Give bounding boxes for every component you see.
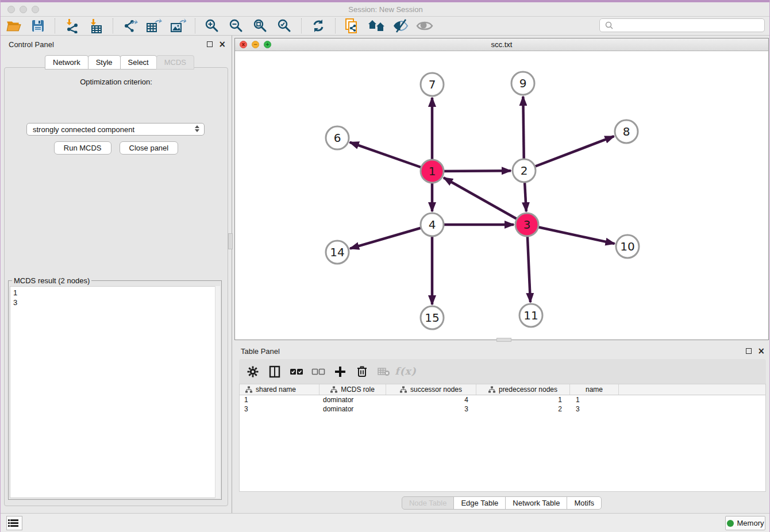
table-cell[interactable]: 1 <box>240 395 319 404</box>
export-network-icon[interactable] <box>121 18 138 34</box>
tab-network[interactable]: Network <box>45 55 88 70</box>
memory-button[interactable]: Memory <box>725 516 765 530</box>
mcds-result-list[interactable]: 1 3 <box>10 286 220 498</box>
table-cell[interactable]: dominator <box>319 404 386 414</box>
column-header-mcds-role[interactable]: MCDS role <box>319 384 386 395</box>
column-header-predecessor-nodes[interactable]: predecessor nodes <box>476 384 570 395</box>
network-view-window: x − + scc.txt 7968124314101511 <box>234 38 769 340</box>
table-panel-title: Table Panel <box>241 347 280 356</box>
table-cell[interactable]: 3 <box>386 404 476 414</box>
edge-4-14[interactable] <box>350 225 432 249</box>
graph-node-15[interactable]: 15 <box>421 306 444 329</box>
save-session-icon[interactable] <box>29 18 47 34</box>
graph-node-4[interactable]: 4 <box>421 213 444 236</box>
column-label: shared name <box>256 385 296 394</box>
table-cell[interactable]: 1 <box>476 395 570 404</box>
table-header-row: shared nameMCDS rolesuccessor nodesprede… <box>240 384 765 395</box>
network-window-titlebar[interactable]: x − + scc.txt <box>235 38 768 51</box>
graph-node-14[interactable]: 14 <box>326 241 349 264</box>
function-builder-icon[interactable]: f(x) <box>399 365 413 379</box>
edge-3-1[interactable] <box>444 178 527 225</box>
zoom-in-icon[interactable] <box>203 18 221 34</box>
delete-table-icon[interactable] <box>377 365 391 379</box>
hierarchy-icon <box>488 386 495 393</box>
close-panel-button[interactable]: Close panel <box>120 141 179 155</box>
column-header-name[interactable]: name <box>570 384 619 395</box>
vertical-splitter-handle[interactable] <box>228 233 233 249</box>
svg-text:14: 14 <box>330 245 344 259</box>
graph-node-1[interactable]: 1 <box>421 160 444 183</box>
table-cell[interactable]: 4 <box>386 395 476 404</box>
table-cell[interactable]: 3 <box>240 404 319 414</box>
graph-node-11[interactable]: 11 <box>519 304 542 327</box>
table-cell[interactable]: 2 <box>476 404 570 414</box>
deselect-all-icon[interactable] <box>311 365 325 379</box>
import-network-icon[interactable] <box>63 18 80 34</box>
zoom-fit-icon[interactable] <box>252 18 269 34</box>
home-icon[interactable] <box>368 18 385 34</box>
export-table-icon[interactable] <box>145 18 163 34</box>
show-details-icon[interactable] <box>416 18 433 34</box>
graph-node-2[interactable]: 2 <box>513 159 536 182</box>
add-column-icon[interactable] <box>333 365 347 379</box>
table-cell[interactable]: dominator <box>319 395 386 404</box>
table-cell[interactable]: 1 <box>570 395 619 404</box>
graph-node-8[interactable]: 8 <box>615 120 638 143</box>
svg-text:15: 15 <box>425 311 439 325</box>
graph-node-10[interactable]: 10 <box>616 235 639 258</box>
zoom-out-icon[interactable] <box>228 18 245 34</box>
column-header-successor-nodes[interactable]: successor nodes <box>386 384 476 395</box>
table-cell[interactable]: 3 <box>570 404 619 414</box>
hide-details-icon[interactable] <box>392 18 409 34</box>
network-canvas[interactable]: 7968124314101511 <box>235 51 768 340</box>
task-history-button[interactable] <box>6 516 22 530</box>
graph-node-6[interactable]: 6 <box>326 126 349 149</box>
network-graph[interactable]: 7968124314101511 <box>235 51 768 340</box>
tab-motifs[interactable]: Motifs <box>567 496 602 510</box>
tab-edge-table[interactable]: Edge Table <box>453 496 506 510</box>
svg-text:4: 4 <box>429 218 436 232</box>
horizontal-splitter-handle[interactable] <box>496 338 511 342</box>
zoom-selected-icon[interactable] <box>276 18 293 34</box>
column-chooser-icon[interactable] <box>268 365 282 379</box>
float-panel-icon[interactable] <box>207 41 213 47</box>
search-field[interactable] <box>599 18 765 32</box>
svg-text:3: 3 <box>523 218 531 232</box>
toolbar-separator <box>55 18 55 33</box>
graph-node-9[interactable]: 9 <box>511 72 534 95</box>
tab-select[interactable]: Select <box>120 55 157 70</box>
select-arrows-icon <box>195 125 199 132</box>
search-input[interactable] <box>616 20 764 31</box>
edge-3-10[interactable] <box>527 225 615 244</box>
edge-1-6[interactable] <box>350 142 432 171</box>
graph-node-3[interactable]: 3 <box>515 213 538 236</box>
network-window-title: scc.txt <box>235 40 768 49</box>
float-table-panel-icon[interactable] <box>746 348 752 354</box>
gear-icon[interactable] <box>246 365 260 379</box>
copy-network-icon[interactable] <box>344 18 361 34</box>
svg-text:1: 1 <box>429 164 436 178</box>
refresh-layout-icon[interactable] <box>310 18 327 34</box>
tab-network-table[interactable]: Network Table <box>505 496 567 510</box>
select-all-icon[interactable] <box>290 365 303 379</box>
optimization-criterion-select[interactable]: strongly connected component <box>26 123 205 136</box>
open-session-icon[interactable] <box>5 18 22 34</box>
import-table-icon[interactable] <box>87 18 105 34</box>
table-row[interactable]: 1dominator411 <box>240 395 765 404</box>
tab-mcds[interactable]: MCDS <box>156 55 194 70</box>
tab-node-table[interactable]: Node Table <box>402 496 455 510</box>
column-label: predecessor nodes <box>499 385 557 394</box>
memory-label: Memory <box>737 519 764 527</box>
result-scrollbar[interactable] <box>215 286 220 498</box>
edge-2-8[interactable] <box>524 136 614 171</box>
svg-text:7: 7 <box>429 78 436 91</box>
delete-column-icon[interactable] <box>355 365 369 379</box>
export-image-icon[interactable] <box>170 18 187 34</box>
close-panel-icon[interactable]: × <box>218 40 226 49</box>
tab-style[interactable]: Style <box>88 55 121 70</box>
close-table-panel-icon[interactable]: × <box>757 347 765 356</box>
graph-node-7[interactable]: 7 <box>421 73 444 96</box>
run-mcds-button[interactable]: Run MCDS <box>54 141 111 155</box>
column-header-shared-name[interactable]: shared name <box>240 384 319 395</box>
table-row[interactable]: 3dominator323 <box>240 404 765 414</box>
